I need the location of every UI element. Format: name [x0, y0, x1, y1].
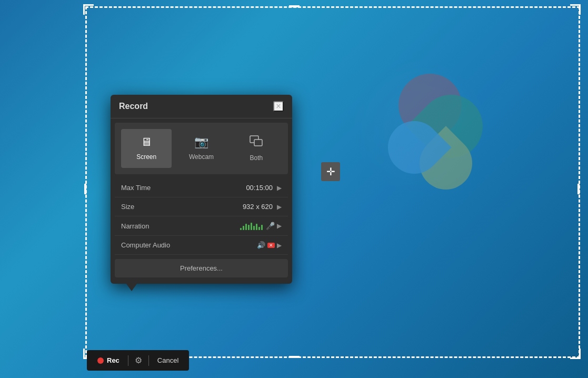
- move-cursor[interactable]: ✛: [321, 162, 340, 181]
- toolbar-divider-2: [148, 355, 149, 366]
- rec-button[interactable]: Rec: [93, 354, 124, 366]
- mode-webcam-button[interactable]: 📷 Webcam: [176, 129, 226, 168]
- record-dialog: Record × 🖥 Screen 📷 Webcam Both: [111, 95, 292, 284]
- size-arrow: ▶: [277, 203, 282, 211]
- rec-dot: [97, 357, 104, 364]
- handle-bottom[interactable]: [289, 356, 300, 358]
- webcam-icon: 📷: [194, 135, 208, 149]
- max-time-label: Max Time: [121, 184, 246, 192]
- mode-buttons-group: 🖥 Screen 📷 Webcam Both: [115, 123, 288, 174]
- dialog-header: Record ×: [111, 95, 292, 118]
- handle-left[interactable]: [84, 184, 86, 194]
- mode-webcam-label: Webcam: [189, 153, 214, 161]
- size-label: Size: [121, 203, 243, 211]
- mode-screen-button[interactable]: 🖥 Screen: [121, 129, 172, 168]
- computer-audio-arrow: ▶: [277, 242, 282, 249]
- close-button[interactable]: ×: [273, 101, 284, 112]
- both-icon: [250, 135, 263, 150]
- audio-bar-3: [245, 224, 247, 230]
- muted-badge: ✕: [267, 243, 275, 248]
- audio-bar-1: [240, 228, 242, 230]
- handle-right[interactable]: [577, 184, 580, 194]
- size-value: 932 x 620: [243, 203, 273, 211]
- audio-bar-9: [261, 225, 263, 230]
- audio-bar-4: [248, 225, 250, 230]
- computer-audio-row[interactable]: Computer Audio 🔊 ✕ ▶: [115, 236, 288, 255]
- move-icon: ✛: [326, 166, 335, 177]
- size-row[interactable]: Size 932 x 620 ▶: [115, 197, 288, 216]
- narration-row[interactable]: Narration 🎤 ▶: [115, 216, 288, 236]
- audio-bar-7: [256, 224, 257, 230]
- toolbar-divider-1: [128, 355, 128, 366]
- audio-bar-5: [251, 223, 252, 230]
- speaker-icon: 🔊: [257, 241, 265, 249]
- max-time-value: 00:15:00: [246, 184, 273, 192]
- settings-section: Max Time 00:15:00 ▶ Size 932 x 620 ▶ Nar…: [111, 178, 292, 259]
- audio-bar-6: [253, 226, 255, 230]
- microphone-icon: 🎤: [266, 222, 275, 230]
- handle-top[interactable]: [289, 5, 300, 7]
- audio-bar-8: [258, 227, 260, 230]
- rec-label: Rec: [107, 356, 119, 364]
- toolbar-settings-button[interactable]: ⚙: [133, 353, 144, 367]
- mode-both-label: Both: [250, 154, 263, 162]
- corner-br: [570, 349, 581, 359]
- corner-tr: [570, 4, 581, 15]
- narration-arrow: ▶: [277, 222, 282, 230]
- narration-audio-bars: [240, 222, 263, 230]
- screen-icon: 🖥: [141, 135, 152, 149]
- svg-rect-1: [254, 140, 262, 146]
- audio-bar-2: [243, 226, 244, 230]
- dialog-arrow: [126, 284, 137, 291]
- gear-icon: ⚙: [135, 356, 142, 365]
- max-time-arrow: ▶: [277, 184, 282, 192]
- bottom-toolbar: Rec ⚙ Cancel: [87, 350, 189, 371]
- computer-audio-label: Computer Audio: [121, 241, 257, 249]
- mode-both-button[interactable]: Both: [231, 129, 282, 168]
- mode-screen-label: Screen: [136, 153, 156, 161]
- max-time-row[interactable]: Max Time 00:15:00 ▶: [115, 178, 288, 197]
- preferences-button[interactable]: Preferences...: [115, 259, 288, 277]
- desktop: ✛ Record × 🖥 Screen 📷 Webcam: [0, 0, 588, 378]
- desktop-decoration: [346, 53, 493, 200]
- corner-tl: [83, 4, 94, 15]
- dialog-title: Record: [119, 102, 148, 111]
- cancel-button[interactable]: Cancel: [153, 354, 183, 366]
- narration-label: Narration: [121, 222, 240, 230]
